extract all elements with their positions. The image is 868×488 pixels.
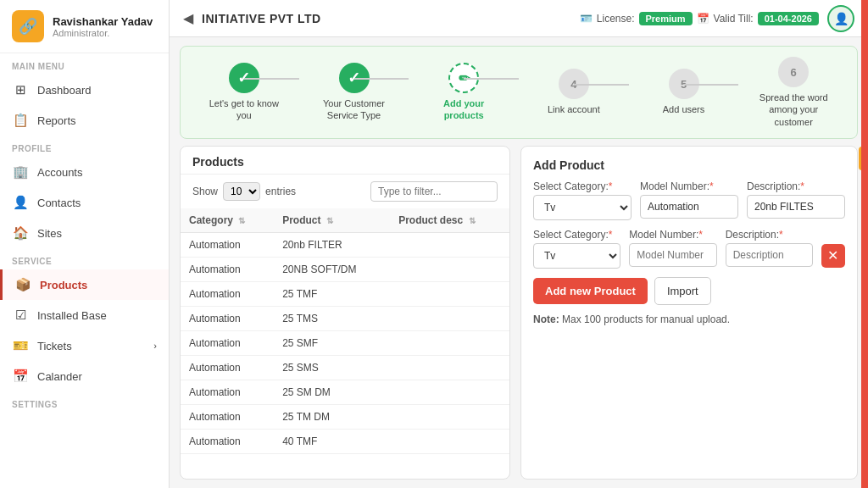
table-row: Automation25 SM DM — [181, 380, 509, 404]
wizard-bar: ✓ Let's get to know you ✓ Your Customer … — [180, 46, 858, 139]
topbar-right: 🪪 License: Premium 📅 Valid Till: 01-04-2… — [580, 5, 854, 32]
category-select-1[interactable]: Tv — [533, 195, 632, 220]
col-desc[interactable]: Product desc ⇅ — [390, 208, 509, 233]
cell-category: Automation — [181, 330, 274, 355]
show-select[interactable]: 10 25 50 — [223, 182, 260, 201]
section-label-main: MAIN MENU — [0, 53, 169, 75]
cell-desc — [390, 281, 509, 306]
cell-product: 40 TMF — [274, 429, 390, 453]
step-label-3: Add your products — [426, 97, 502, 122]
show-label: Show — [192, 186, 218, 197]
calendar-icon: 📅 — [697, 13, 709, 25]
form-group-category-1: Select Category:* Tv — [533, 180, 632, 220]
cell-category: Automation — [181, 380, 274, 404]
sidebar-item-contacts[interactable]: 👤 Contacts — [0, 187, 169, 218]
table-row: Automation20NB SOFT/DM — [181, 257, 509, 281]
cell-product: 25 TMF — [274, 281, 390, 306]
cell-category: Automation — [181, 232, 274, 257]
import-button[interactable]: Import — [654, 277, 711, 305]
valid-till-date: 01-04-2026 — [758, 12, 819, 25]
sidebar-item-accounts[interactable]: 🏢 Accounts — [0, 157, 169, 187]
model-input-1[interactable] — [640, 195, 738, 219]
dashboard-icon: ⊞ — [12, 82, 29, 97]
model-input-2[interactable] — [629, 243, 716, 267]
sidebar-item-label: Products — [40, 279, 87, 291]
cell-desc — [390, 257, 509, 281]
products-icon: 📦 — [14, 277, 31, 292]
sidebar-item-tickets[interactable]: 🎫 Tickets › — [0, 330, 169, 361]
cell-category: Automation — [181, 429, 274, 453]
wizard-step-2[interactable]: ✓ Your Customer Service Type — [299, 63, 409, 122]
wizard-step-1[interactable]: ✓ Let's get to know you — [189, 63, 299, 122]
topbar-title: INITIATIVE PVT LTD — [202, 12, 321, 25]
topbar-left: ◀ INITIATIVE PVT LTD — [183, 10, 321, 26]
table-row: Automation25 TM DM — [181, 404, 509, 429]
note-text: Note: Max 100 products for manual upload… — [533, 313, 845, 325]
cell-product: 25 SMF — [274, 330, 390, 355]
form-label-desc-2: Description:* — [726, 229, 813, 241]
license-icon: 🪪 — [580, 13, 593, 25]
sidebar-item-label: Dashboard — [37, 84, 92, 97]
sidebar-header: 🔗 Ravishankar Yadav Administrator. — [0, 0, 169, 53]
sidebar-item-products[interactable]: 📦 Products — [0, 269, 169, 300]
collapse-icon[interactable]: ◀ — [183, 10, 193, 26]
sidebar-item-installed-base[interactable]: ☑ Installed Base — [0, 300, 169, 330]
desc-input-2[interactable] — [726, 243, 813, 267]
step-circle-5: 5 — [669, 69, 699, 99]
form-label-category-1: Select Category:* — [533, 180, 632, 192]
note-content: Max 100 products for manual upload. — [559, 313, 730, 325]
step-circle-4: 4 — [559, 69, 589, 99]
wizard-step-5[interactable]: 5 Add users — [629, 69, 739, 115]
wizard-step-4[interactable]: 4 Link account — [519, 69, 629, 115]
form-row-2: Select Category:* Tv Model Number:* Desc… — [533, 229, 845, 269]
category-select-2[interactable]: Tv — [533, 243, 620, 269]
panel-title: Products — [181, 147, 509, 175]
sidebar-item-sites[interactable]: 🏠 Sites — [0, 218, 169, 248]
filter-input[interactable] — [370, 181, 498, 202]
chevron-right-icon: › — [153, 341, 157, 351]
note-label: Note: — [533, 313, 559, 325]
sidebar-item-label: Installed Base — [37, 309, 107, 322]
add-product-panel: ⚙ Add Product Select Category:* Tv Model… — [520, 146, 858, 480]
cell-category: Automation — [181, 281, 274, 306]
sidebar-item-dashboard[interactable]: ⊞ Dashboard — [0, 75, 169, 105]
wizard-step-6[interactable]: 6 Spread the word among your customer — [738, 57, 849, 128]
reports-icon: 📋 — [12, 113, 29, 128]
col-product[interactable]: Product ⇅ — [274, 208, 390, 233]
cell-product: 20NB SOFT/DM — [274, 257, 390, 281]
license-badge: 🪪 License: Premium 📅 Valid Till: 01-04-2… — [580, 12, 819, 25]
section-label-settings: SETTINGS — [0, 391, 169, 413]
cell-desc — [390, 404, 509, 429]
cell-desc — [390, 306, 509, 330]
wizard-step-3[interactable]: ✏ Add your products — [409, 63, 519, 122]
show-entries: Show 10 25 50 entries — [192, 182, 296, 201]
step-label-2: Your Customer Service Type — [316, 97, 392, 122]
sidebar-item-calander[interactable]: 📅 Calander — [0, 361, 169, 391]
table-row: Automation20nb FILTER — [181, 232, 509, 257]
accounts-icon: 🏢 — [12, 164, 29, 180]
form-label-desc-1: Description:* — [747, 180, 845, 192]
remove-row-button[interactable]: ✕ — [821, 244, 845, 268]
sidebar-item-label: Tickets — [37, 340, 72, 352]
user-name: Ravishankar Yadav — [53, 15, 153, 28]
table-row: Automation25 SMS — [181, 355, 509, 380]
sidebar-item-reports[interactable]: 📋 Reports — [0, 105, 169, 136]
table-row: Automation40 TMF — [181, 429, 509, 453]
premium-badge: Premium — [639, 12, 693, 25]
avatar: 🔗 — [12, 10, 44, 42]
sidebar-item-label: Calander — [37, 370, 82, 383]
step-circle-1: ✓ — [229, 63, 259, 93]
cell-category: Automation — [181, 404, 274, 429]
cell-category: Automation — [181, 306, 274, 330]
add-new-product-button[interactable]: Add new Product — [533, 278, 648, 304]
col-category[interactable]: Category ⇅ — [181, 208, 274, 233]
form-row-1: Select Category:* Tv Model Number:* Desc… — [533, 180, 845, 220]
form-group-category-2: Select Category:* Tv — [533, 229, 620, 269]
user-avatar-top[interactable]: 👤 — [827, 5, 854, 32]
content-area: Products Show 10 25 50 entries — [170, 146, 868, 488]
desc-input-1[interactable] — [747, 195, 845, 219]
sites-icon: 🏠 — [12, 225, 29, 241]
cell-desc — [390, 429, 509, 453]
step-label-5: Add users — [663, 103, 705, 115]
form-group-desc-2: Description:* — [726, 229, 813, 267]
